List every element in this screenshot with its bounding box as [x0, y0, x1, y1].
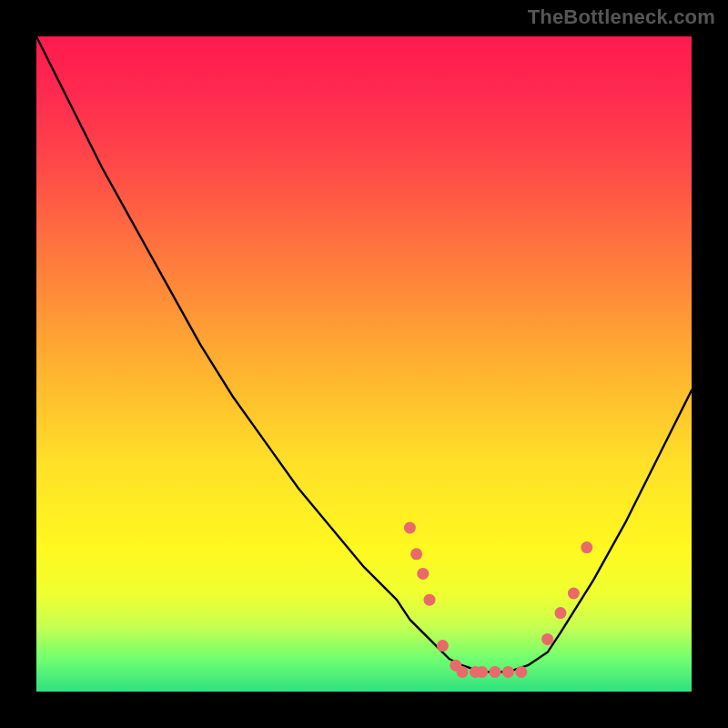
highlight-point: [476, 666, 488, 678]
highlight-point: [490, 666, 501, 678]
watermark-text: TheBottleneck.com: [528, 5, 715, 29]
highlight-point: [410, 548, 422, 560]
highlight-point: [437, 640, 449, 652]
curve-svg: [36, 36, 692, 692]
highlight-point: [502, 666, 514, 678]
highlight-point: [581, 541, 592, 553]
highlight-point: [417, 568, 429, 580]
highlight-point: [541, 633, 553, 645]
highlight-point: [404, 522, 416, 534]
highlight-markers: [404, 522, 592, 678]
highlight-point: [515, 666, 527, 678]
highlight-point: [555, 607, 567, 619]
highlight-point: [424, 594, 436, 606]
bottleneck-curve-path: [36, 36, 692, 672]
highlight-point: [457, 666, 469, 678]
plot-area: [36, 36, 692, 692]
chart-container: TheBottleneck.com: [0, 0, 728, 728]
highlight-point: [568, 588, 580, 600]
